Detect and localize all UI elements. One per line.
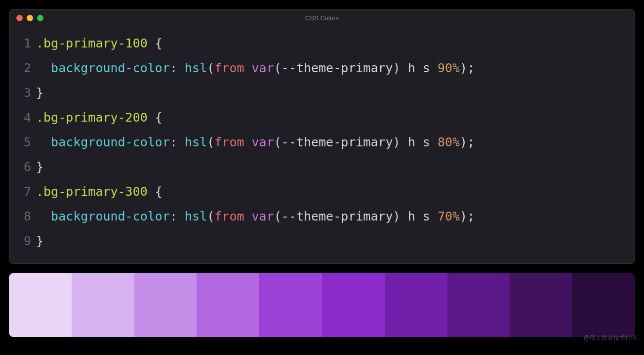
line-content: .bg-primary-100 { <box>36 31 162 56</box>
code-token: hsl <box>185 135 207 149</box>
code-token: { <box>155 110 162 125</box>
code-line: 9} <box>17 229 627 254</box>
code-token: h s <box>408 61 438 75</box>
code-token: ) <box>393 135 401 149</box>
code-line: 7.bg-primary-300 { <box>17 179 627 204</box>
code-token <box>177 135 185 149</box>
code-token: background-color <box>51 135 170 149</box>
code-token: { <box>155 36 162 50</box>
code-token: ) <box>460 135 467 149</box>
code-token: hsl <box>185 209 207 223</box>
code-token: { <box>155 184 162 199</box>
line-number: 9 <box>17 229 31 254</box>
code-token <box>36 135 51 149</box>
line-content: .bg-primary-200 { <box>36 105 162 130</box>
code-token: ( <box>207 135 214 149</box>
line-content: } <box>36 229 43 254</box>
code-token: 70% <box>438 209 460 223</box>
code-token: : <box>170 61 177 75</box>
code-token: ( <box>207 209 214 223</box>
color-swatch-5 <box>259 273 322 337</box>
code-token: } <box>36 160 43 174</box>
color-swatch-4 <box>197 273 259 337</box>
code-token: ( <box>274 61 282 75</box>
line-number: 5 <box>17 130 31 155</box>
code-token: .bg-primary-100 <box>36 36 148 50</box>
code-token <box>401 209 408 223</box>
line-content: background-color: hsl(from var(--theme-p… <box>36 130 475 155</box>
watermark: @稀土掘金技术社区 <box>584 334 637 342</box>
close-icon[interactable] <box>16 15 23 21</box>
code-token: } <box>36 234 43 248</box>
code-token: ) <box>460 61 467 75</box>
code-area[interactable]: 1.bg-primary-100 {2 background-color: hs… <box>9 26 635 264</box>
color-swatch-3 <box>134 273 197 337</box>
code-token <box>177 209 185 223</box>
code-token: --theme-primary <box>282 209 393 223</box>
code-token: background-color <box>51 209 170 223</box>
color-swatch-10 <box>572 273 635 337</box>
code-token: from <box>214 61 244 75</box>
code-token <box>244 135 252 149</box>
color-swatch-2 <box>72 273 134 337</box>
code-token: --theme-primary <box>282 61 393 75</box>
code-token: ) <box>393 209 401 223</box>
code-line: 6} <box>17 155 627 179</box>
code-token: ( <box>207 61 214 75</box>
code-token <box>148 184 155 199</box>
code-token: 90% <box>438 61 460 75</box>
code-token: ; <box>467 209 475 223</box>
code-line: 3} <box>17 81 627 105</box>
code-token <box>36 61 51 75</box>
code-token <box>36 209 51 223</box>
line-content: background-color: hsl(from var(--theme-p… <box>36 204 475 229</box>
color-swatch-7 <box>385 273 447 337</box>
code-token: ) <box>460 209 467 223</box>
code-token: h s <box>408 135 438 149</box>
line-content: .bg-primary-300 { <box>36 179 162 204</box>
code-token: --theme-primary <box>282 135 393 149</box>
color-swatch-8 <box>447 273 510 337</box>
code-token: } <box>36 86 43 100</box>
code-token: var <box>252 61 274 75</box>
minimize-icon[interactable] <box>27 15 33 21</box>
window-title: CSS Colors <box>305 14 339 22</box>
code-token <box>401 61 408 75</box>
code-token: : <box>170 209 177 223</box>
code-line: 1.bg-primary-100 { <box>17 31 627 56</box>
line-number: 3 <box>17 81 31 105</box>
line-number: 1 <box>17 31 31 56</box>
code-token: h s <box>408 209 438 223</box>
line-content: } <box>36 155 43 179</box>
maximize-icon[interactable] <box>37 15 43 21</box>
line-number: 4 <box>17 105 31 130</box>
code-token: background-color <box>51 61 170 75</box>
color-swatch-row <box>9 273 635 337</box>
code-token: ; <box>467 135 475 149</box>
code-token: var <box>252 135 274 149</box>
code-token: .bg-primary-300 <box>36 184 148 199</box>
code-token: from <box>214 135 244 149</box>
code-token: hsl <box>185 61 207 75</box>
line-number: 8 <box>17 204 31 229</box>
editor-window: CSS Colors 1.bg-primary-100 {2 backgroun… <box>9 9 635 264</box>
code-line: 2 background-color: hsl(from var(--theme… <box>17 56 627 81</box>
code-token <box>244 209 252 223</box>
title-bar: CSS Colors <box>9 9 635 26</box>
code-token <box>148 110 155 125</box>
color-swatch-6 <box>322 273 385 337</box>
code-token: var <box>252 209 274 223</box>
color-swatch-9 <box>510 273 572 337</box>
code-token: : <box>170 135 177 149</box>
code-token: ( <box>274 135 282 149</box>
line-content: background-color: hsl(from var(--theme-p… <box>36 56 475 81</box>
code-token <box>401 135 408 149</box>
code-token <box>244 61 252 75</box>
code-token <box>177 61 185 75</box>
code-line: 5 background-color: hsl(from var(--theme… <box>17 130 627 155</box>
code-line: 4.bg-primary-200 { <box>17 105 627 130</box>
line-number: 6 <box>17 155 31 179</box>
line-content: } <box>36 81 43 105</box>
code-token: ( <box>274 209 282 223</box>
color-swatch-1 <box>9 273 72 337</box>
